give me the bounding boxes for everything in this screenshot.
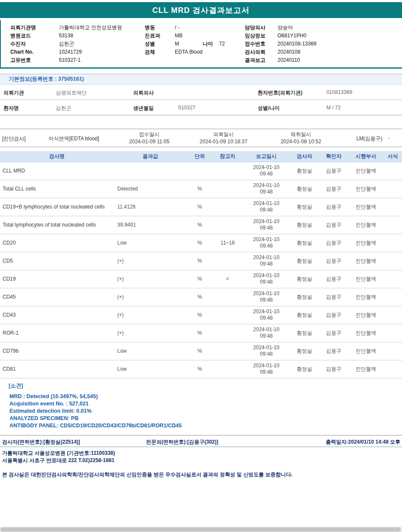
confirmer-cell: 김용구 <box>319 324 348 342</box>
order-lab: LM(김용구) <box>350 135 389 142</box>
test-name-cell: CD81 <box>0 360 114 378</box>
order-receipt-value: 2024-01-09 11:05 <box>118 138 180 145</box>
report-datetime-cell: 2024-01-1009:48 <box>243 234 290 252</box>
report-time: 09:48 <box>243 333 290 339</box>
table-row: Total CLL cellsDetected%2024-01-1009:48황… <box>0 180 402 198</box>
result-cell: Detected <box>114 180 187 198</box>
info-value: EDTA Blood <box>175 49 202 55</box>
reference-cell <box>213 288 243 306</box>
report-time: 09:48 <box>243 171 290 177</box>
report-time: 09:48 <box>243 315 290 321</box>
confirmer-cell: 김용구 <box>319 252 348 270</box>
info-row: 의뢰기관명가톨릭대학교 인천성모병원 <box>10 24 122 32</box>
report-date: 2024-01-10 <box>243 290 290 297</box>
dept-cell: 진단혈액 <box>348 216 384 234</box>
confirmer-cell: 김용구 <box>319 342 348 360</box>
table-row: 환자명김헌곤생년월일510327성별/나이M / 72 <box>0 100 402 115</box>
results-header: 검사명결과값단위참고치보고일시검사자확인자시행부서서식 <box>0 151 402 162</box>
report-date: 2024-01-10 <box>243 182 290 189</box>
table-row: CD45(+)%2024-01-1009:48황정실김용구진단혈액 <box>0 288 402 306</box>
column-header: 단위 <box>187 151 213 162</box>
form-cell <box>384 234 402 252</box>
report-time: 09:48 <box>243 369 290 375</box>
dept-cell: 진단혈액 <box>348 306 384 324</box>
unit-cell: % <box>187 342 213 360</box>
confirmer-cell: 김용구 <box>319 234 348 252</box>
info-label: 나이 <box>203 40 219 48</box>
unit-cell: % <box>187 180 213 198</box>
report-datetime-cell: 2024-01-1009:48 <box>243 324 290 342</box>
report-title: CLL MRD 검사결과보고서 <box>152 5 250 15</box>
field-label: 생년월일 <box>133 105 154 112</box>
horizontal-scrollbar[interactable] <box>0 527 402 532</box>
field-value: 삼광의료재단 <box>56 89 87 97</box>
tester-cell: 황정실 <box>290 234 319 252</box>
reference-cell <box>213 180 243 198</box>
info-label: 수진자 <box>10 40 59 48</box>
confirmer-cell: 김용구 <box>319 162 348 180</box>
report-datetime-cell: 2024-01-1009:48 <box>243 180 290 198</box>
field-label: 의뢰의사 <box>133 89 154 97</box>
report-time: 09:48 <box>243 225 290 231</box>
confirmer-cell: 김용구 <box>319 180 348 198</box>
tester-cell: 황정실 <box>290 270 319 288</box>
tester-cell: 황정실 <box>290 288 319 306</box>
report-date: 2024-01-10 <box>243 164 290 171</box>
form-cell <box>384 216 402 234</box>
basic-info-table: 의뢰기관삼광의료재단의뢰의사환자번호(의뢰기관)010813369환자명김헌곤생… <box>0 85 402 115</box>
report-datetime-cell: 2024-01-1009:48 <box>243 288 290 306</box>
column-header: 검사자 <box>290 151 319 162</box>
report-time: 09:48 <box>243 279 290 285</box>
report-date: 2024-01-10 <box>243 236 290 243</box>
info-label: Chart No. <box>10 48 59 56</box>
info-label: 담당의사 <box>245 24 277 32</box>
info-value: 20240108-13369 <box>277 41 317 47</box>
table-row: CD5(+)%2024-01-1009:48황정실김용구진단혈액 <box>0 252 402 270</box>
order-request-datetime: 의뢰일시 2024-01-09 10:18:37 <box>188 131 259 145</box>
findings-section: [소견] MRD : Detected (10.3497%, 54,545) A… <box>0 378 402 429</box>
field-label: 환자번호(의뢰기관) <box>258 89 302 97</box>
info-row: 임상정보O681Y1PH0 <box>245 32 317 40</box>
info-value: 20240110 <box>277 57 300 63</box>
test-name-cell: Total CLL cells <box>0 180 114 198</box>
report-datetime-cell: 2024-01-1009:48 <box>243 216 290 234</box>
field-value: 김헌곤 <box>56 105 71 112</box>
hospital-footer: 가톨릭대학교 서울성모병원 (기관번호:11100338) 서울특별시 서초구 … <box>2 450 400 478</box>
info-value: 김헌곤 <box>59 41 74 47</box>
info-row: 고유번호510327-1 <box>10 56 122 64</box>
dept-cell: 진단혈액 <box>348 324 384 342</box>
table-row: CD19(+)%<2024-01-1009:48황정실김용구진단혈액 <box>0 270 402 288</box>
report-date: 2024-01-10 <box>243 345 290 351</box>
dept-cell: 진단혈액 <box>348 360 384 378</box>
report-date: 2024-01-10 <box>243 218 290 225</box>
patient-info-right: 담당의사양승아임상정보O681Y1PH0접수번호20240108-13369검사… <box>245 24 317 64</box>
reference-cell <box>213 252 243 270</box>
info-row: 성별M나이72 <box>145 40 225 48</box>
unit-cell: % <box>187 306 213 324</box>
info-value: 양승아 <box>277 24 293 30</box>
dept-cell: 진단혈액 <box>348 288 384 306</box>
confirmer-cell: 김용구 <box>319 288 348 306</box>
basic-info-header: 기본정보(등록번호 : 37505161) <box>0 74 402 85</box>
info-label: 의뢰기관명 <box>10 24 59 32</box>
info-label: 검체 <box>145 48 175 56</box>
unit-cell: % <box>187 252 213 270</box>
report-page: CLL MRD 검사결과보고서 의뢰기관명가톨릭대학교 인천성모병원병원코드53… <box>0 0 402 532</box>
result-cell: (+) <box>114 252 187 270</box>
info-row: 접수번호20240108-13369 <box>245 40 317 48</box>
scrollbar-thumb[interactable] <box>0 527 401 532</box>
info-label: 고유번호 <box>10 56 59 64</box>
tester-cell: 황정실 <box>290 360 319 378</box>
info-label: 결과보고 <box>245 56 277 64</box>
unit-cell: % <box>187 198 213 216</box>
field-value: 510327 <box>178 105 195 111</box>
reference-cell <box>213 360 243 378</box>
order-info-row: [진단검사] 이식면역[EDTA blood] 접수일시 2024-01-09 … <box>0 129 402 147</box>
dept-cell: 진단혈액 <box>348 198 384 216</box>
info-value: 510327-1 <box>59 57 81 63</box>
form-cell <box>384 270 402 288</box>
test-name-cell: CD19+B lymphocytes of total nucleated ce… <box>0 198 114 216</box>
result-cell <box>114 162 187 180</box>
report-datetime-cell: 2024-01-1009:48 <box>243 162 290 180</box>
dept-cell: 진단혈액 <box>348 180 384 198</box>
